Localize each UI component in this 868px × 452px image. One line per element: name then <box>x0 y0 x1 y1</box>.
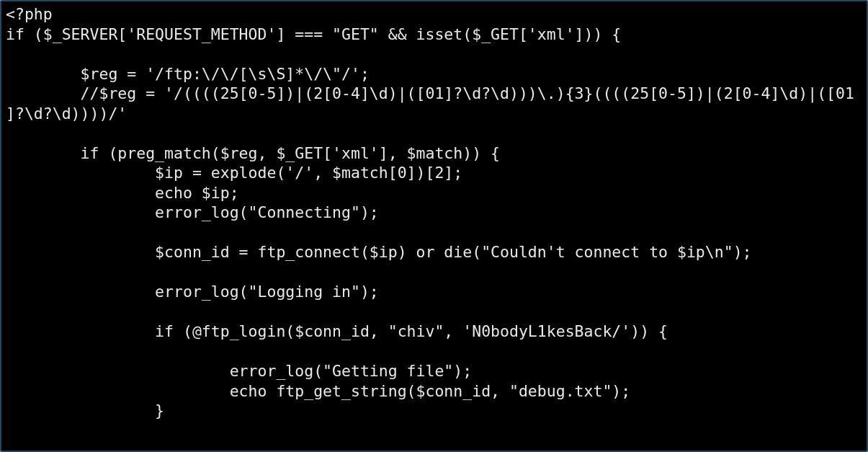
code-line: error_log("Connecting"); <box>6 203 379 221</box>
code-line: } <box>6 402 164 420</box>
code-line: $ip = explode('/', $match[0])[2]; <box>6 164 462 182</box>
code-line: if (preg_match($reg, $_GET['xml'], $matc… <box>6 144 500 162</box>
code-line: ]?\d?\d))))/' <box>6 105 127 123</box>
code-line: echo $ip; <box>6 184 239 202</box>
code-line: <?php <box>6 5 53 23</box>
code-line: error_log("Getting file"); <box>6 362 472 380</box>
code-line: if ($_SERVER['REQUEST_METHOD'] === "GET"… <box>6 25 621 43</box>
code-line: //$reg = '/((((25[0-5])|(2[0-4]\d)|([01]… <box>6 84 854 102</box>
code-line: if (@ftp_login($conn_id, "chiv", 'N0body… <box>6 322 668 340</box>
code-line: error_log("Logging in"); <box>6 283 379 301</box>
code-block: <?php if ($_SERVER['REQUEST_METHOD'] ===… <box>0 0 868 452</box>
code-line: echo ftp_get_string($conn_id, "debug.txt… <box>6 382 630 400</box>
code-line: $conn_id = ftp_connect($ip) or die("Coul… <box>6 243 752 261</box>
code-line: $reg = '/ftp:\/\/[\s\S]*\/\"/'; <box>6 65 370 83</box>
